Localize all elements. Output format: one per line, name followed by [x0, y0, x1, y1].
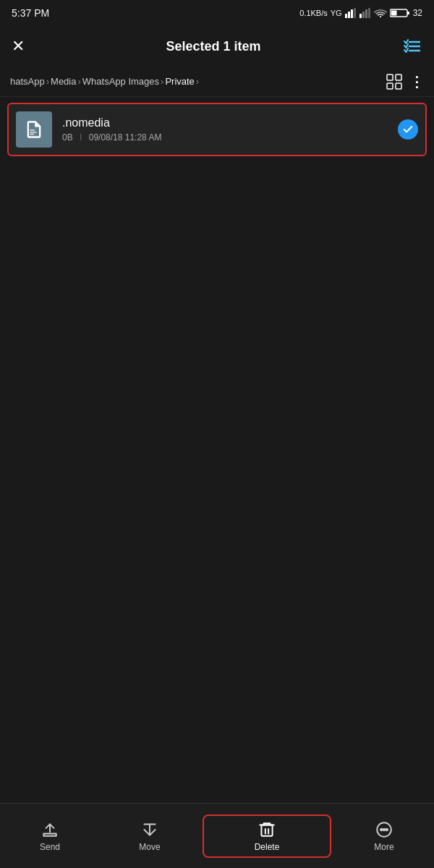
nav-item-send[interactable]: Send — [0, 820, 100, 852]
breadcrumb-item-whatsapp[interactable]: hatsApp — [10, 76, 45, 87]
svg-rect-19 — [30, 132, 36, 133]
breadcrumb-actions: ⋮ — [386, 73, 424, 90]
file-item-nomedia[interactable]: .nomedia 0B I 09/08/18 11:28 AM — [7, 103, 427, 156]
svg-rect-15 — [396, 75, 401, 80]
delete-icon — [258, 820, 276, 839]
signal2-icon — [359, 8, 371, 18]
network-type: YG — [331, 9, 342, 17]
svg-point-27 — [380, 828, 383, 830]
top-bar: ✕ Selected 1 item — [0, 26, 434, 67]
nav-item-move[interactable]: Move — [100, 820, 200, 852]
svg-rect-5 — [362, 12, 365, 18]
svg-rect-7 — [368, 8, 370, 18]
battery-level: 32 — [413, 8, 422, 18]
file-date: 09/08/18 11:28 AM — [89, 132, 162, 142]
svg-point-29 — [386, 828, 388, 830]
more-icon — [375, 820, 393, 839]
nav-more-label: More — [374, 842, 393, 852]
svg-rect-18 — [30, 129, 35, 131]
status-time: 5:37 PM — [12, 7, 49, 19]
breadcrumb-item-media[interactable]: Media — [51, 76, 76, 87]
bottom-nav: Send Move Delete More — [0, 803, 434, 868]
file-size: 0B — [62, 132, 73, 142]
svg-rect-16 — [387, 83, 393, 89]
svg-rect-6 — [365, 9, 367, 18]
checklist-icon[interactable] — [402, 38, 422, 55]
status-icons: 0.1KB/s YG 32 — [299, 8, 422, 18]
send-icon — [41, 820, 59, 839]
svg-rect-20 — [30, 134, 34, 135]
nav-send-label: Send — [40, 842, 60, 852]
breadcrumb-item-images[interactable]: WhatsApp Images — [82, 76, 159, 87]
nav-move-label: Move — [139, 842, 160, 852]
battery-icon — [390, 8, 410, 18]
svg-rect-21 — [43, 833, 56, 835]
wifi-icon — [374, 8, 387, 18]
selection-checkmark — [398, 119, 418, 140]
breadcrumb-sep-2: › — [77, 76, 80, 87]
overflow-menu-button[interactable]: ⋮ — [409, 73, 424, 90]
svg-rect-14 — [387, 75, 393, 80]
svg-rect-9 — [407, 12, 409, 14]
status-bar: 5:37 PM 0.1KB/s YG — [0, 0, 434, 26]
file-list: .nomedia 0B I 09/08/18 11:28 AM — [0, 97, 434, 162]
breadcrumb-sep-4: › — [196, 76, 199, 87]
svg-rect-3 — [354, 8, 356, 18]
file-info: .nomedia 0B I 09/08/18 11:28 AM — [62, 116, 391, 142]
network-speed: 0.1KB/s — [299, 9, 328, 17]
svg-rect-10 — [391, 11, 396, 16]
svg-rect-1 — [348, 12, 350, 18]
checkmark-icon — [402, 124, 414, 135]
breadcrumb-bar: hatsApp › Media › WhatsApp Images › Priv… — [0, 67, 434, 97]
grid-view-icon[interactable] — [386, 74, 402, 90]
svg-rect-2 — [351, 9, 353, 18]
file-meta-separator: I — [80, 132, 82, 142]
breadcrumb-sep-3: › — [161, 76, 163, 87]
file-meta: 0B I 09/08/18 11:28 AM — [62, 132, 391, 142]
nav-item-more[interactable]: More — [334, 820, 434, 852]
nav-item-delete[interactable]: Delete — [203, 814, 331, 858]
svg-rect-4 — [359, 14, 362, 18]
file-icon-wrapper — [16, 111, 52, 148]
close-button[interactable]: ✕ — [12, 37, 25, 56]
breadcrumb-sep-1: › — [46, 76, 49, 87]
svg-point-28 — [383, 828, 386, 830]
file-name: .nomedia — [62, 116, 391, 129]
breadcrumb: hatsApp › Media › WhatsApp Images › Priv… — [10, 76, 199, 87]
nav-delete-label: Delete — [255, 842, 280, 852]
breadcrumb-item-private[interactable]: Private — [165, 76, 194, 87]
signal-icon — [345, 8, 357, 18]
svg-rect-17 — [396, 83, 401, 89]
document-icon — [24, 119, 44, 140]
move-icon — [140, 820, 159, 839]
svg-rect-23 — [261, 825, 272, 835]
svg-rect-0 — [345, 14, 347, 18]
selection-title: Selected 1 item — [166, 39, 260, 54]
